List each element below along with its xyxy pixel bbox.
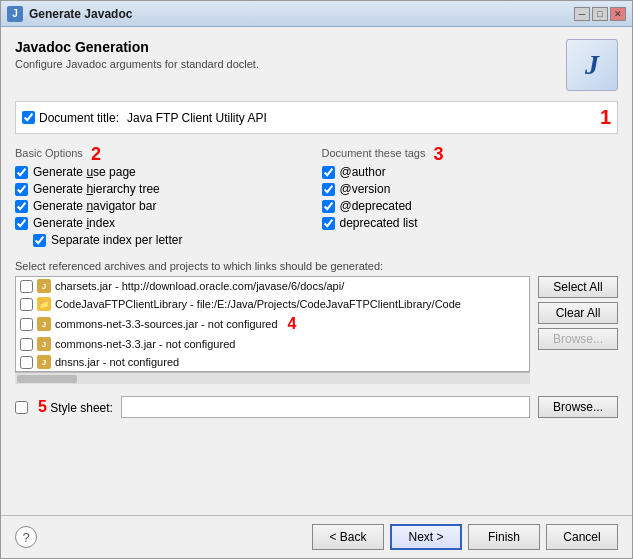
option-navigator-bar: Generate navigator bar bbox=[15, 199, 312, 213]
option-navigator-bar-checkbox[interactable] bbox=[15, 200, 28, 213]
bottom-bar: ? < Back Next > Finish Cancel bbox=[1, 515, 632, 558]
scrollbar-thumb[interactable] bbox=[17, 375, 77, 383]
option-separate-index-checkbox[interactable] bbox=[33, 234, 46, 247]
stylesheet-input[interactable] bbox=[121, 396, 530, 418]
help-button[interactable]: ? bbox=[15, 526, 37, 548]
navigation-buttons: < Back Next > Finish Cancel bbox=[312, 524, 618, 550]
jar-icon: J bbox=[37, 279, 51, 293]
tag-version: @version bbox=[322, 182, 619, 196]
document-title-row: Document title: 1 bbox=[15, 101, 618, 134]
list-item: J commons-net-3.3.jar - not configured bbox=[16, 335, 529, 353]
archives-list[interactable]: J charsets.jar - http://download.oracle.… bbox=[15, 276, 530, 372]
dialog-content: Javadoc Generation Configure Javadoc arg… bbox=[1, 27, 632, 515]
label-number-4: 4 bbox=[288, 315, 297, 333]
document-tags-col: Document these tags 3 @author @version @… bbox=[322, 144, 619, 250]
tag-deprecated-checkbox[interactable] bbox=[322, 200, 335, 213]
document-title-input[interactable] bbox=[127, 111, 594, 125]
tag-deprecated: @deprecated bbox=[322, 199, 619, 213]
document-tags-title: Document these tags bbox=[322, 147, 426, 159]
document-title-checkbox[interactable] bbox=[22, 111, 35, 124]
header-text: Javadoc Generation Configure Javadoc arg… bbox=[15, 39, 566, 70]
close-button[interactable]: ✕ bbox=[610, 7, 626, 21]
basic-options-col: Basic Options 2 Generate use page Genera… bbox=[15, 144, 312, 250]
dialog-title: Javadoc Generation bbox=[15, 39, 566, 55]
document-title-label[interactable]: Document title: bbox=[22, 111, 119, 125]
stylesheet-browse-button[interactable]: Browse... bbox=[538, 396, 618, 418]
option-generate-index: Generate index bbox=[15, 216, 312, 230]
javadoc-icon: J bbox=[566, 39, 618, 91]
clear-all-button[interactable]: Clear All bbox=[538, 302, 618, 324]
archives-label: Select referenced archives and projects … bbox=[15, 260, 618, 272]
window-icon: J bbox=[7, 6, 23, 22]
archive-checkbox-0[interactable] bbox=[20, 280, 33, 293]
browse-button[interactable]: Browse... bbox=[538, 328, 618, 350]
tag-deprecated-list: deprecated list bbox=[322, 216, 619, 230]
finish-button[interactable]: Finish bbox=[468, 524, 540, 550]
folder-icon: 📁 bbox=[37, 297, 51, 311]
dialog-subtitle: Configure Javadoc arguments for standard… bbox=[15, 58, 566, 70]
option-separate-index: Separate index per letter bbox=[33, 233, 312, 247]
stylesheet-checkbox[interactable] bbox=[15, 401, 28, 414]
jar-icon: J bbox=[37, 337, 51, 351]
maximize-button[interactable]: □ bbox=[592, 7, 608, 21]
jar-icon: J bbox=[37, 355, 51, 369]
title-bar: J Generate Javadoc ─ □ ✕ bbox=[1, 1, 632, 27]
label-number-5: 5 bbox=[38, 398, 47, 415]
list-item: J charsets.jar - http://download.oracle.… bbox=[16, 277, 529, 295]
window-controls: ─ □ ✕ bbox=[574, 7, 626, 21]
minimize-button[interactable]: ─ bbox=[574, 7, 590, 21]
label-number-1: 1 bbox=[600, 106, 611, 129]
option-use-page: Generate use page bbox=[15, 165, 312, 179]
header-section: Javadoc Generation Configure Javadoc arg… bbox=[15, 39, 618, 91]
stylesheet-row: 5 Style sheet: Browse... bbox=[15, 396, 618, 418]
tag-author: @author bbox=[322, 165, 619, 179]
options-row: Basic Options 2 Generate use page Genera… bbox=[15, 144, 618, 250]
option-hierarchy-tree-checkbox[interactable] bbox=[15, 183, 28, 196]
label-number-2: 2 bbox=[91, 144, 101, 165]
list-item: J dnsns.jar - not configured bbox=[16, 353, 529, 371]
option-generate-index-checkbox[interactable] bbox=[15, 217, 28, 230]
basic-options-title: Basic Options bbox=[15, 147, 83, 159]
tag-author-checkbox[interactable] bbox=[322, 166, 335, 179]
archive-checkbox-2[interactable] bbox=[20, 318, 33, 331]
tag-deprecated-list-checkbox[interactable] bbox=[322, 217, 335, 230]
list-item: 📁 CodeJavaFTPClientLibrary - file:/E:/Ja… bbox=[16, 295, 529, 313]
archives-area: J charsets.jar - http://download.oracle.… bbox=[15, 276, 618, 384]
horizontal-scrollbar[interactable] bbox=[15, 372, 530, 384]
window-title: Generate Javadoc bbox=[29, 7, 574, 21]
stylesheet-label[interactable]: 5 Style sheet: bbox=[15, 398, 113, 416]
cancel-button[interactable]: Cancel bbox=[546, 524, 618, 550]
archives-section: Select referenced archives and projects … bbox=[15, 260, 618, 384]
archives-buttons: Select All Clear All Browse... bbox=[538, 276, 618, 384]
label-number-3: 3 bbox=[433, 144, 443, 165]
option-hierarchy-tree: Generate hierarchy tree bbox=[15, 182, 312, 196]
jar-icon: J bbox=[37, 317, 51, 331]
archive-checkbox-4[interactable] bbox=[20, 356, 33, 369]
main-window: J Generate Javadoc ─ □ ✕ Javadoc Generat… bbox=[0, 0, 633, 559]
archive-checkbox-3[interactable] bbox=[20, 338, 33, 351]
list-item: J commons-net-3.3-sources.jar - not conf… bbox=[16, 313, 529, 335]
tag-version-checkbox[interactable] bbox=[322, 183, 335, 196]
select-all-button[interactable]: Select All bbox=[538, 276, 618, 298]
option-use-page-checkbox[interactable] bbox=[15, 166, 28, 179]
back-button[interactable]: < Back bbox=[312, 524, 384, 550]
archive-checkbox-1[interactable] bbox=[20, 298, 33, 311]
next-button[interactable]: Next > bbox=[390, 524, 462, 550]
